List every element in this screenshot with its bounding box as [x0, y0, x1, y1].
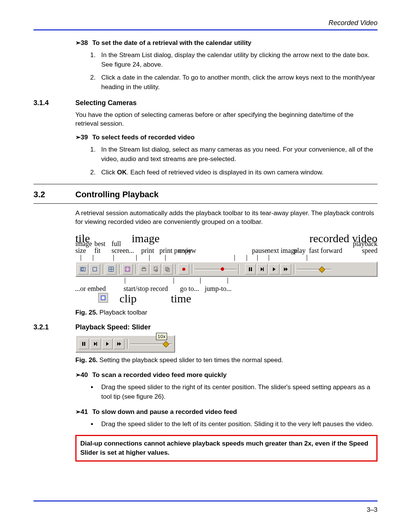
sec-32-row: 3.2 Controlling Playback	[33, 190, 378, 200]
fast-forward-button[interactable]	[280, 264, 291, 275]
sec-32-number: 3.2	[33, 190, 75, 200]
print-preview-button[interactable]	[150, 264, 161, 275]
svg-point-10	[128, 270, 129, 271]
proc39-title: To select feeds of recorded video	[92, 134, 194, 141]
svg-marker-20	[261, 267, 263, 271]
next-image-button[interactable]	[257, 264, 268, 275]
label-playback-speed: playback speed	[336, 240, 378, 254]
sec-314-row: 3.1.4 Selecting Cameras	[33, 99, 378, 107]
running-header: Recorded Video	[33, 19, 378, 27]
label-image: image	[132, 232, 220, 245]
playback-speed-slider[interactable]	[130, 339, 172, 349]
pause-button[interactable]	[78, 339, 89, 349]
tile-best-fit-button[interactable]	[89, 264, 100, 275]
sec-314-intro: You have the option of selecting cameras…	[75, 111, 378, 128]
svg-rect-18	[249, 267, 250, 271]
section-underline	[33, 203, 378, 204]
proc41-bullet: Drag the speed slider to the left of its…	[97, 420, 378, 429]
proc38-step1: In the Stream List dialog, display the c…	[97, 51, 378, 69]
proc38-step2: Click a date in the calendar. To go to a…	[97, 73, 378, 92]
label-full-screen: full screen...	[112, 240, 141, 254]
tile-full-screen-button[interactable]	[106, 264, 116, 275]
svg-rect-11	[142, 268, 146, 271]
fig25-caption: Fig. 25. Playback toolbar	[75, 309, 378, 316]
proc38-heading: ➢38 To set the date of a retrieval with …	[75, 39, 378, 47]
proc39-steps: In the Stream list dialog, select as man…	[75, 145, 378, 177]
svg-rect-21	[263, 267, 264, 271]
tile-image-size-button[interactable]	[78, 264, 88, 275]
svg-marker-24	[286, 267, 288, 271]
print-button[interactable]	[139, 264, 149, 275]
arrow-icon: ➢38	[75, 39, 88, 46]
svg-rect-19	[251, 267, 252, 271]
play-button[interactable]	[269, 264, 279, 275]
svg-point-8	[128, 268, 129, 268]
embed-button[interactable]	[122, 264, 133, 275]
svg-marker-22	[273, 267, 276, 271]
svg-point-17	[182, 268, 185, 271]
svg-rect-6	[125, 267, 130, 272]
label-clip: clip	[119, 292, 137, 305]
fig26-diagram: 10x	[75, 335, 378, 353]
proc39-heading: ➢39 To select feeds of recorded video	[75, 133, 378, 141]
fig26-caption-label: Fig. 26.	[75, 356, 98, 364]
label-go-to: go to...	[174, 285, 205, 292]
svg-rect-27	[82, 342, 83, 346]
svg-rect-2	[93, 267, 97, 271]
section-divider	[33, 184, 378, 184]
label-copy: copy	[178, 247, 201, 254]
label-best-fit: best fit	[94, 240, 112, 254]
svg-marker-32	[117, 342, 119, 346]
playback-speed-slider[interactable]	[297, 264, 331, 274]
svg-rect-30	[96, 342, 97, 346]
proc39-step2: Click OK. Each feed of retrieved video i…	[97, 168, 378, 177]
label-time: time	[171, 292, 191, 305]
arrow-icon: ➢39	[75, 134, 88, 141]
record-clip-button[interactable]	[178, 264, 189, 275]
proc39-step2-pre: Click	[101, 169, 117, 176]
jump-to-slider[interactable]	[195, 264, 237, 274]
footer-rule	[33, 500, 378, 502]
proc41-list: Drag the speed slider to the left of its…	[75, 420, 378, 429]
header-rule	[33, 29, 378, 30]
svg-rect-13	[154, 267, 157, 271]
play-button[interactable]	[102, 339, 113, 349]
sec-321-number: 3.2.1	[33, 323, 75, 331]
playback-toolbar	[75, 262, 378, 277]
label-or-embed: ...or embed	[64, 285, 106, 292]
proc40-title: To scan a recorded video feed more quick…	[92, 371, 226, 379]
svg-point-7	[126, 268, 127, 268]
pause-button[interactable]	[245, 264, 256, 275]
sec-32-intro: A retrieval session automatically adds t…	[75, 209, 378, 227]
fig25-diagram: tile image recorded video image size bes…	[75, 232, 378, 305]
svg-marker-23	[284, 267, 286, 271]
proc40-bullet: Drag the speed slider to the right of it…	[97, 383, 378, 401]
svg-rect-26	[102, 296, 105, 299]
fast-forward-button[interactable]	[114, 339, 124, 349]
fig25-caption-label: Fig. 25.	[75, 309, 98, 316]
svg-point-9	[126, 270, 127, 271]
label-jump-to: jump-to...	[205, 285, 243, 292]
svg-rect-1	[81, 268, 83, 270]
proc39-step1: In the Stream list dialog, select as man…	[97, 145, 378, 164]
svg-marker-31	[106, 342, 109, 346]
label-start-stop-record: start/stop record	[117, 285, 174, 292]
arrow-icon: ➢40	[75, 371, 88, 379]
sec-321-row: 3.2.1 Playback Speed: Slider	[33, 323, 378, 331]
fig26-caption: Fig. 26. Setting the playback speed slid…	[75, 356, 378, 364]
copy-button[interactable]	[162, 264, 173, 275]
svg-marker-33	[119, 342, 121, 346]
next-image-button[interactable]	[90, 339, 101, 349]
dialup-note: Dial-up connections cannot achieve playb…	[75, 435, 378, 462]
sec-321-title: Playback Speed: Slider	[75, 323, 151, 331]
svg-marker-29	[94, 342, 96, 346]
label-image-size: image size	[75, 240, 94, 254]
proc39-step2-post: . Each feed of retrieved video is displa…	[127, 169, 323, 176]
proc41-heading: ➢41 To slow down and pause a recorded vi…	[75, 408, 378, 416]
arrow-icon: ➢41	[75, 408, 88, 415]
proc38-steps: In the Stream List dialog, display the c…	[75, 51, 378, 92]
svg-rect-12	[143, 267, 145, 268]
embed-icon	[98, 293, 108, 303]
label-play: play	[294, 247, 309, 254]
proc40-list: Drag the speed slider to the right of it…	[75, 383, 378, 401]
